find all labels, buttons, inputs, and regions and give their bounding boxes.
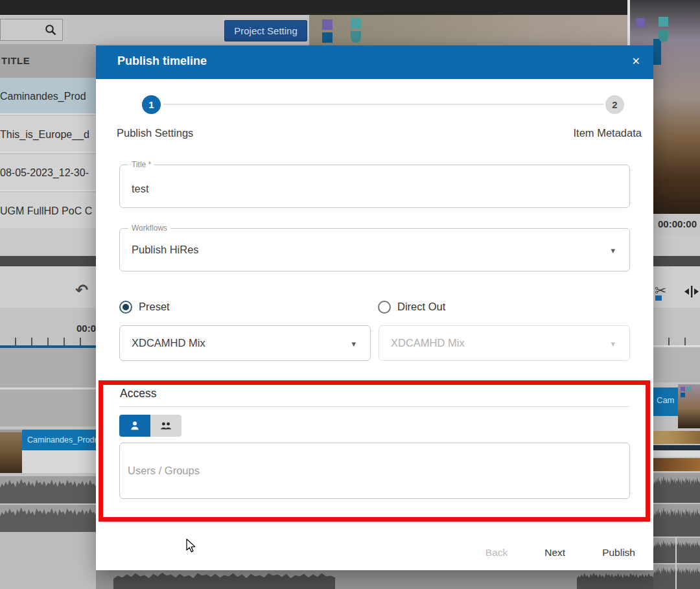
logo-square-blue bbox=[653, 39, 661, 65]
audio-waveform-track[interactable] bbox=[653, 538, 700, 563]
group-icon bbox=[160, 421, 172, 430]
clip-thumbnail[interactable] bbox=[0, 430, 22, 473]
media-list-item[interactable]: This_is_Europe__d bbox=[0, 116, 96, 153]
logo-square-teal bbox=[659, 17, 668, 27]
groups-toggle-button[interactable] bbox=[150, 415, 181, 437]
chevron-down-icon[interactable]: ▾ bbox=[351, 338, 356, 348]
logo-square-teal bbox=[686, 387, 691, 391]
dialog-footer: Back Next Publish bbox=[485, 543, 635, 562]
title-input[interactable] bbox=[120, 165, 629, 207]
dialog-title: Publish timeline bbox=[117, 54, 207, 68]
workflows-value: Publish HiRes bbox=[132, 229, 199, 271]
person-icon bbox=[130, 421, 140, 431]
media-list-empty bbox=[0, 228, 96, 256]
preset-radio[interactable] bbox=[119, 301, 132, 314]
users-groups-field[interactable] bbox=[119, 443, 630, 499]
direct-out-radio-label[interactable]: Direct Out bbox=[397, 301, 445, 313]
audio-waveform-track[interactable] bbox=[653, 564, 700, 589]
section-divider bbox=[119, 406, 630, 407]
preset-select-value: XDCAMHD Mix bbox=[132, 326, 205, 360]
logo-halfround-teal bbox=[659, 30, 668, 42]
access-type-toggle bbox=[119, 415, 181, 437]
project-setting-button[interactable]: Project Setting bbox=[224, 20, 307, 41]
timeline-clip[interactable]: Cam bbox=[653, 387, 678, 416]
logo-square-purple bbox=[636, 18, 645, 27]
scissors-icon-accent bbox=[655, 295, 662, 301]
ruler-baseline-right bbox=[653, 345, 700, 347]
title-field[interactable]: Title * bbox=[119, 165, 630, 208]
access-section-heading: Access bbox=[120, 387, 156, 400]
search-input[interactable] bbox=[0, 19, 63, 41]
media-list-column-header[interactable]: TITLE bbox=[0, 44, 96, 78]
logo-square-blue bbox=[322, 32, 332, 43]
timeline-clip[interactable]: Caminandes_Produ bbox=[22, 430, 96, 450]
next-button[interactable]: Next bbox=[544, 547, 565, 559]
logo-square-blue bbox=[681, 393, 685, 397]
media-list-item[interactable]: 08-05-2023_12-30- bbox=[0, 154, 96, 191]
stepper-step-2[interactable]: 2 bbox=[605, 95, 624, 114]
video-track-empty bbox=[0, 389, 96, 426]
preset-radio-label[interactable]: Preset bbox=[139, 301, 170, 313]
direct-out-select: XDCAMHD Mix ▾ bbox=[379, 325, 630, 361]
users-toggle-button[interactable] bbox=[119, 415, 150, 437]
filmstrip-frame bbox=[653, 431, 700, 444]
logo-square-purple bbox=[681, 387, 685, 391]
stepper-connector bbox=[163, 104, 604, 105]
logo-square-purple bbox=[322, 19, 332, 30]
ruler-ticks-right bbox=[653, 338, 700, 345]
clip-thumbnail[interactable] bbox=[678, 384, 700, 428]
ruler-ticks-left bbox=[0, 338, 96, 345]
stepper-label-publish-settings: Publish Settings bbox=[117, 127, 193, 139]
video-track-empty bbox=[0, 348, 96, 387]
timecode-left: 00:0 bbox=[62, 323, 96, 337]
clip-boundary bbox=[675, 538, 677, 589]
chevron-down-icon[interactable]: ▾ bbox=[611, 245, 615, 255]
audio-waveform-track[interactable] bbox=[653, 473, 700, 503]
logo-halfround-teal bbox=[351, 31, 361, 43]
dialog-header: Publish timeline ✕ bbox=[96, 45, 653, 79]
timeline-bottom-strip bbox=[96, 570, 653, 589]
publish-timeline-dialog: Publish timeline ✕ 1 2 Publish Settings … bbox=[96, 45, 653, 570]
app-top-bar bbox=[0, 0, 700, 15]
audio-waveform-track[interactable] bbox=[113, 571, 335, 589]
clip-body[interactable] bbox=[22, 450, 96, 473]
media-list-item[interactable]: UGM FullHD PoC C bbox=[0, 192, 96, 229]
audio-waveform-track[interactable] bbox=[653, 504, 700, 537]
undo-icon[interactable]: ↶ bbox=[75, 281, 88, 299]
filmstrip-frame bbox=[653, 458, 700, 471]
video-track-empty bbox=[653, 348, 700, 382]
direct-out-radio[interactable] bbox=[378, 301, 391, 314]
stepper-step-1[interactable]: 1 bbox=[142, 95, 161, 114]
audio-waveform-track[interactable] bbox=[0, 476, 96, 503]
users-groups-input[interactable] bbox=[120, 443, 629, 498]
direct-out-select-value: XDCAMHD Mix bbox=[391, 326, 465, 360]
preset-select[interactable]: XDCAMHD Mix ▾ bbox=[119, 325, 371, 361]
audio-waveform-track[interactable] bbox=[0, 505, 96, 532]
logo-square-teal bbox=[351, 18, 361, 29]
filmstrip-frame bbox=[653, 445, 700, 457]
timeline-empty-area bbox=[0, 532, 96, 589]
workflows-field[interactable]: Workflows Publish HiRes ▾ bbox=[119, 228, 630, 271]
close-icon[interactable]: ✕ bbox=[632, 55, 640, 67]
stepper-label-item-metadata: Item Metadata bbox=[574, 127, 642, 139]
chevron-down-icon: ▾ bbox=[611, 338, 615, 348]
mouse-cursor bbox=[185, 538, 200, 553]
back-button[interactable]: Back bbox=[485, 547, 508, 559]
audio-waveform-track[interactable] bbox=[577, 571, 653, 589]
search-icon bbox=[45, 24, 57, 36]
trim-tool-icon[interactable] bbox=[683, 286, 700, 297]
publish-button[interactable]: Publish bbox=[602, 547, 635, 559]
video-preview-strip bbox=[309, 15, 627, 45]
media-list-item[interactable]: Caminandes_Prod bbox=[0, 78, 96, 115]
